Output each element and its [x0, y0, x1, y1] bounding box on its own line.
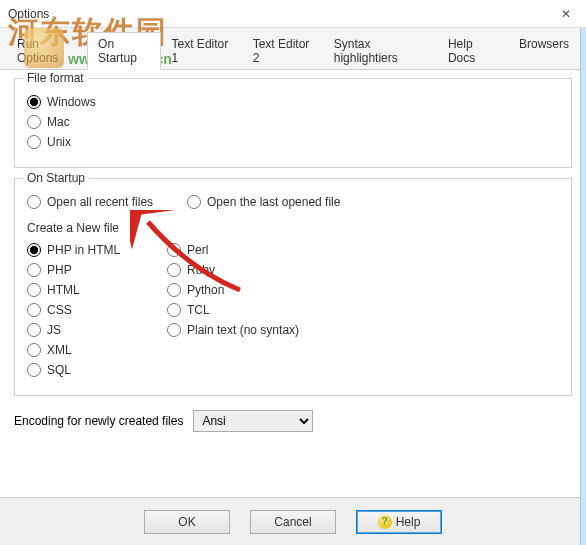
- ok-button[interactable]: OK: [144, 510, 230, 534]
- label-open-last: Open the last opened file: [207, 195, 340, 209]
- label-php: PHP: [47, 263, 72, 277]
- label-js: JS: [47, 323, 61, 337]
- cancel-label: Cancel: [274, 515, 311, 529]
- label-mac: Mac: [47, 115, 70, 129]
- radio-html[interactable]: [27, 283, 41, 297]
- window-title: Options: [8, 7, 49, 21]
- radio-perl[interactable]: [167, 243, 181, 257]
- tab-help-docs[interactable]: Help Docs: [437, 32, 508, 69]
- help-label: Help: [396, 515, 421, 529]
- help-icon: ?: [378, 515, 392, 529]
- label-css: CSS: [47, 303, 72, 317]
- encoding-row: Encoding for newly created files Ansi: [14, 410, 572, 432]
- label-ruby: Ruby: [187, 263, 215, 277]
- tab-run-options[interactable]: Run Options: [6, 32, 87, 69]
- label-windows: Windows: [47, 95, 96, 109]
- label-unix: Unix: [47, 135, 71, 149]
- help-button[interactable]: ? Help: [356, 510, 442, 534]
- radio-open-last[interactable]: [187, 195, 201, 209]
- encoding-select[interactable]: Ansi: [193, 410, 313, 432]
- radio-sql[interactable]: [27, 363, 41, 377]
- file-format-group: File format Windows Mac Unix: [14, 78, 572, 168]
- radio-php[interactable]: [27, 263, 41, 277]
- label-python: Python: [187, 283, 224, 297]
- window-right-border: [580, 28, 586, 545]
- radio-js[interactable]: [27, 323, 41, 337]
- tab-text-editor-1[interactable]: Text Editor 1: [161, 32, 242, 69]
- button-bar: OK Cancel ? Help: [0, 497, 586, 545]
- ok-label: OK: [178, 515, 195, 529]
- close-button[interactable]: ✕: [546, 0, 586, 28]
- label-perl: Perl: [187, 243, 208, 257]
- tab-browsers[interactable]: Browsers: [508, 32, 580, 69]
- label-sql: SQL: [47, 363, 71, 377]
- create-new-label: Create a New file: [27, 221, 559, 235]
- radio-tcl[interactable]: [167, 303, 181, 317]
- radio-unix[interactable]: [27, 135, 41, 149]
- tab-text-editor-2[interactable]: Text Editor 2: [242, 32, 323, 69]
- radio-css[interactable]: [27, 303, 41, 317]
- radio-python[interactable]: [167, 283, 181, 297]
- radio-php-in-html[interactable]: [27, 243, 41, 257]
- label-plain: Plain text (no syntax): [187, 323, 299, 337]
- label-php-in-html: PHP in HTML: [47, 243, 120, 257]
- on-startup-legend: On Startup: [23, 171, 89, 185]
- close-icon: ✕: [561, 7, 571, 21]
- radio-ruby[interactable]: [167, 263, 181, 277]
- titlebar: Options ✕: [0, 0, 586, 28]
- tab-content: File format Windows Mac Unix On Startup …: [0, 70, 586, 432]
- label-tcl: TCL: [187, 303, 210, 317]
- label-xml: XML: [47, 343, 72, 357]
- on-startup-group: On Startup Open all recent files Open th…: [14, 178, 572, 396]
- radio-mac[interactable]: [27, 115, 41, 129]
- encoding-label: Encoding for newly created files: [14, 414, 183, 428]
- tab-syntax[interactable]: Syntax highlightiers: [323, 32, 437, 69]
- radio-xml[interactable]: [27, 343, 41, 357]
- tab-strip: Run Options On Startup Text Editor 1 Tex…: [0, 28, 586, 70]
- label-open-all-recent: Open all recent files: [47, 195, 153, 209]
- file-format-legend: File format: [23, 71, 88, 85]
- radio-plain[interactable]: [167, 323, 181, 337]
- radio-open-all-recent[interactable]: [27, 195, 41, 209]
- tab-on-startup[interactable]: On Startup: [87, 32, 160, 70]
- label-html: HTML: [47, 283, 80, 297]
- radio-windows[interactable]: [27, 95, 41, 109]
- cancel-button[interactable]: Cancel: [250, 510, 336, 534]
